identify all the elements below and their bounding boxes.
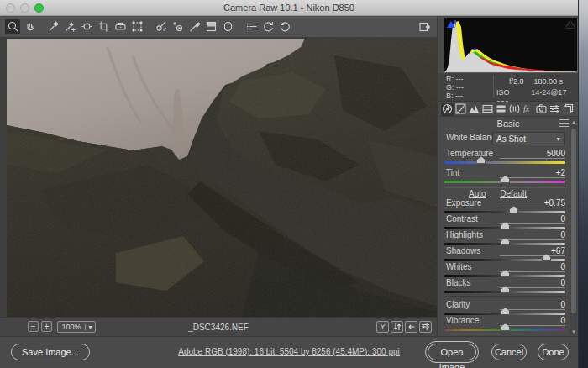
histogram (444, 18, 578, 73)
workflow-options-link[interactable]: Adobe RGB (1998); 16 bit; 5504 by 8256 (… (178, 347, 400, 356)
exposure-label: Exposure (446, 198, 481, 208)
clarity-slider[interactable] (444, 313, 565, 315)
image-status-bar: − + 100% ▼ _DSC3426.NEF Y (0, 317, 437, 336)
tint-value-field[interactable]: +2 (500, 168, 565, 178)
panel-tab-strip: fx (438, 102, 578, 117)
scrollbar-thumb[interactable] (571, 129, 576, 313)
title-bar: Camera Raw 10.1 - Nikon D850 (0, 0, 578, 16)
tint-label: Tint (446, 168, 459, 177)
panel-title: Basic (438, 118, 578, 129)
dialog-footer: Save Image... Adobe RGB (1998); 16 bit; … (0, 336, 578, 368)
shadows-label: Shadows (446, 246, 480, 255)
clarity-label: Clarity (446, 300, 470, 309)
tab-presets-icon[interactable] (549, 103, 561, 116)
basic-panel-content: White Balance: As Shot ▼ Temperature 500… (438, 130, 571, 336)
blacks-value-field[interactable]: 0 (500, 278, 565, 288)
contrast-value-field[interactable]: 0 (500, 214, 565, 224)
rgb-b-value: --- (455, 92, 463, 100)
tab-lens-corrections-icon[interactable] (508, 103, 521, 116)
tab-split-toning-icon[interactable] (495, 103, 507, 116)
white-balance-tool-icon[interactable] (45, 19, 60, 34)
exif-readout: R: --- G: --- B: --- f/2.8 180.00 s ISO … (438, 73, 578, 102)
adjustment-brush-tool-icon[interactable] (186, 19, 202, 34)
contrast-slider[interactable] (444, 227, 565, 229)
tint-slider[interactable] (444, 181, 565, 183)
filename-label: _DSC3426.NEF (0, 323, 437, 332)
spot-removal-tool-icon[interactable] (153, 19, 168, 34)
vibrance-label: Vibrance (446, 316, 479, 325)
desktop-background (578, 0, 588, 368)
temperature-slider[interactable] (444, 161, 565, 164)
cancel-button[interactable]: Cancel (491, 344, 527, 360)
default-link[interactable]: Default (500, 189, 527, 198)
temperature-value-field[interactable]: 5000 (500, 149, 565, 159)
exposure-slider[interactable] (444, 211, 565, 213)
swap-before-after-button[interactable] (391, 321, 403, 333)
shadows-slider[interactable] (444, 259, 565, 261)
screen: Camera Raw 10.1 - Nikon D850 (0, 0, 588, 368)
color-sampler-tool-icon[interactable] (62, 19, 77, 34)
open-image-button[interactable]: Open Image (428, 344, 476, 360)
tab-effects-icon[interactable]: fx (522, 103, 534, 116)
done-button[interactable]: Done (538, 344, 569, 360)
shutter-value: 180.00 s (533, 76, 563, 87)
rgb-g-value: --- (456, 83, 464, 92)
red-eye-tool-icon[interactable] (170, 19, 185, 34)
vibrance-slider[interactable] (444, 329, 565, 331)
scroll-down-icon[interactable]: ▼ (570, 329, 577, 334)
vibrance-value-field[interactable]: 0 (500, 316, 565, 326)
contrast-label: Contrast (446, 214, 478, 223)
exposure-value-field[interactable]: +0.75 (500, 198, 565, 208)
camera-raw-window: Camera Raw 10.1 - Nikon D850 (0, 0, 578, 368)
whites-slider[interactable] (444, 275, 565, 277)
shadow-clipping-toggle[interactable] (447, 21, 455, 28)
tab-tone-curve-icon[interactable] (454, 103, 467, 116)
radial-filter-tool-icon[interactable] (220, 19, 235, 34)
rotate-ccw-icon[interactable] (260, 19, 276, 34)
panel-menu-icon[interactable] (559, 119, 569, 127)
hand-tool-icon[interactable] (22, 19, 37, 34)
preview-preferences-button[interactable] (419, 321, 432, 333)
blacks-slider[interactable] (444, 291, 565, 293)
highlights-value-field[interactable]: 0 (500, 230, 565, 240)
scroll-up-icon[interactable]: ▲ (570, 119, 577, 124)
aperture-value: f/2.8 (509, 76, 524, 87)
blacks-label: Blacks (446, 278, 470, 287)
settings-panel: R: --- G: --- B: --- f/2.8 180.00 s ISO … (437, 16, 578, 336)
tab-hsl-grayscale-icon[interactable] (481, 103, 494, 116)
rgb-r-value: --- (456, 75, 464, 83)
targeted-adjustment-tool-icon[interactable] (79, 19, 94, 34)
highlights-label: Highlights (446, 230, 483, 239)
copy-settings-button[interactable] (405, 321, 417, 333)
highlight-clipping-toggle[interactable] (566, 21, 575, 28)
auto-link[interactable]: Auto (469, 189, 486, 198)
straighten-tool-icon[interactable] (113, 19, 128, 34)
clarity-value-field[interactable]: 0 (500, 300, 565, 310)
rotate-cw-icon[interactable] (277, 19, 292, 34)
chevron-down-icon: ▼ (555, 136, 561, 142)
preferences-icon[interactable] (244, 19, 259, 34)
tab-detail-icon[interactable] (468, 103, 480, 116)
toolbar (0, 16, 437, 38)
crop-tool-icon[interactable] (96, 19, 111, 34)
window-title: Camera Raw 10.1 - Nikon D850 (0, 3, 578, 13)
tab-basic-icon[interactable] (441, 103, 454, 116)
preview-mode-button[interactable]: Y (376, 321, 389, 333)
zoom-tool-icon[interactable] (5, 19, 20, 34)
graduated-filter-tool-icon[interactable] (203, 19, 218, 34)
highlights-slider[interactable] (444, 243, 565, 245)
temperature-label: Temperature (446, 149, 493, 158)
whites-value-field[interactable]: 0 (500, 262, 565, 272)
tab-snapshots-icon[interactable] (562, 103, 575, 116)
image-canvas-area (0, 38, 437, 317)
photo-preview[interactable] (7, 39, 437, 317)
tab-camera-calibration-icon[interactable] (535, 103, 548, 116)
white-balance-select[interactable]: As Shot ▼ (492, 132, 565, 145)
transform-tool-icon[interactable] (129, 19, 144, 34)
fullscreen-toggle-icon[interactable] (417, 19, 432, 34)
shadows-value-field[interactable]: +67 (500, 246, 565, 256)
svg-text:fx: fx (523, 104, 530, 113)
whites-label: Whites (446, 262, 472, 271)
